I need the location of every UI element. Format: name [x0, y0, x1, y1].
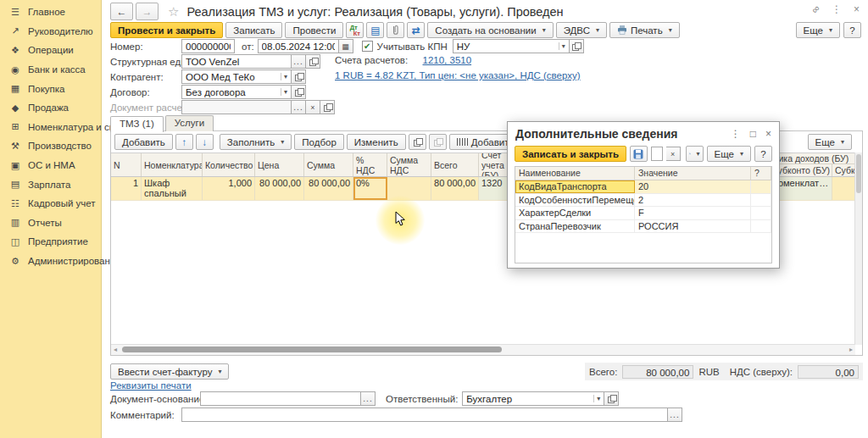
cell-vsego[interactable]: 80 000,00 — [431, 177, 479, 200]
tab-tmz[interactable]: ТМЗ (1) — [110, 116, 164, 132]
col-nds[interactable]: % НДС — [353, 153, 387, 176]
property-name[interactable]: СтранаПеревозчик — [515, 220, 635, 233]
create-based-button[interactable]: Создать на основании — [427, 22, 553, 38]
cell-n[interactable]: 1 — [111, 177, 142, 200]
property-name[interactable]: КодОсобенностиПеремещения — [515, 194, 635, 207]
sidebar-item-nomenklatura[interactable]: ⊞Номенклатура и склад — [0, 118, 101, 137]
scroll-right-icon[interactable]: ▸ — [849, 345, 853, 355]
comment-field[interactable] — [181, 408, 668, 422]
dialog-save-button[interactable] — [630, 146, 648, 162]
col-vsego[interactable]: Всего — [431, 153, 479, 176]
sidebar-item-pokupka[interactable]: ▦Покупка — [0, 79, 101, 98]
cell-nomenklatura[interactable]: Шкаф спальный ЖК АС 29 — [142, 177, 203, 200]
dialog-more-button[interactable]: Еще — [707, 146, 751, 162]
scroll-left-icon[interactable]: ◂ — [114, 345, 117, 355]
settlement-doc-select-button[interactable]: ... — [292, 100, 306, 114]
help-button[interactable]: ? — [843, 22, 861, 38]
contract-open-button[interactable] — [292, 85, 306, 99]
currency-info-link[interactable]: 1 RUB = 4.82 KZT, Тип цен: <не указан>, … — [335, 70, 581, 80]
horizontal-scrollbar[interactable]: ◂ ▸ — [111, 344, 855, 355]
property-name[interactable]: ХарактерСделки — [515, 207, 635, 219]
move-up-button[interactable]: ↑ — [175, 134, 193, 150]
chevron-down-icon[interactable]: ▾ — [281, 73, 287, 80]
property-value[interactable]: 2 — [635, 194, 751, 207]
get-link-icon[interactable]: ∞ — [810, 3, 823, 16]
kpn-open-button[interactable] — [570, 39, 584, 53]
settlement-doc-field[interactable] — [181, 100, 292, 114]
cell-summa-nds[interactable] — [387, 177, 431, 200]
doc-base-select-button[interactable]: ... — [361, 391, 376, 406]
search-clear-button[interactable]: × — [666, 147, 681, 161]
sidebar-item-bank-kassa[interactable]: ◉Банк и касса — [0, 60, 101, 80]
dialog-close-icon[interactable]: × — [765, 128, 771, 140]
cell-cena[interactable]: 80 000,00 — [255, 177, 304, 200]
col-question[interactable]: ? — [751, 167, 771, 180]
cell-kolichestvo[interactable]: 1,000 — [203, 177, 255, 200]
paste-rows-button[interactable] — [429, 134, 447, 150]
counterparty-field[interactable]: ООО Мед ТеКо▾ — [181, 69, 292, 84]
doc-base-field[interactable] — [200, 391, 361, 406]
attachments-button[interactable] — [387, 22, 404, 38]
pick-button[interactable]: Подбор — [294, 134, 344, 150]
print-button[interactable]: Печать — [609, 22, 680, 38]
structural-unit-open-button[interactable] — [306, 54, 320, 69]
horizontal-scrollbar-thumb[interactable] — [122, 347, 502, 352]
cell-summa[interactable]: 80 000,00 — [304, 177, 353, 200]
copy-rows-button[interactable] — [409, 134, 426, 150]
save-button[interactable]: Записать — [225, 22, 282, 38]
settlement-doc-clear-button[interactable]: × — [306, 100, 320, 114]
register-records-button[interactable]: ▤ — [366, 22, 384, 38]
counterparty-open-button[interactable] — [292, 69, 306, 84]
calendar-icon[interactable]: ▦ — [339, 39, 353, 53]
cell-nds-selected[interactable]: 0% — [353, 177, 387, 200]
col-subkonto3[interactable]: Субконто (БУ) 3 — [832, 164, 855, 176]
structure-button[interactable]: ⇄ — [407, 22, 425, 38]
search-options-button[interactable] — [686, 146, 704, 162]
show-postings-button[interactable]: ДтКт — [346, 22, 364, 38]
chevron-down-icon[interactable]: ▾ — [281, 88, 287, 96]
post-button[interactable]: Провести — [285, 22, 343, 38]
col-kolichestvo[interactable]: Количество — [203, 153, 255, 176]
items-more-button[interactable]: Еще — [808, 134, 852, 150]
col-cena[interactable]: Цена — [255, 153, 304, 176]
back-button[interactable]: ← — [110, 3, 133, 20]
sidebar-item-rukovoditelyu[interactable]: ↗Руководителю — [0, 22, 101, 42]
sidebar-item-prodazha[interactable]: ◆Продажа — [0, 98, 101, 118]
favorite-star-icon[interactable]: ☆ — [168, 4, 179, 19]
maximize-icon[interactable]: □ — [750, 128, 756, 140]
property-value[interactable]: 20 — [635, 180, 751, 193]
property-value[interactable]: F — [635, 207, 751, 219]
col-value[interactable]: Значение — [635, 167, 751, 180]
more-button[interactable]: Еще — [796, 22, 840, 38]
add-row-button[interactable]: Добавить — [114, 134, 173, 150]
sidebar-item-operacii[interactable]: ❖Операции — [0, 41, 101, 60]
responsible-open-button[interactable] — [604, 391, 619, 406]
window-menu-icon[interactable]: ⋮ — [832, 3, 842, 15]
comment-select-button[interactable]: ... — [668, 408, 682, 422]
fill-button[interactable]: Заполнить — [220, 134, 292, 150]
col-summa[interactable]: Сумма — [304, 153, 353, 176]
tab-uslugi[interactable]: Услуги — [165, 115, 214, 131]
property-value[interactable]: РОССИЯ — [635, 220, 751, 233]
close-icon[interactable]: × — [854, 3, 860, 15]
date-field[interactable]: 08.05.2024 12:00:00 — [258, 39, 339, 53]
number-field[interactable]: 00000000001 — [181, 39, 235, 53]
kpn-field[interactable]: НУ▾ — [453, 39, 570, 53]
dialog-menu-icon[interactable]: ⋮ — [731, 128, 741, 140]
chevron-down-icon[interactable]: ▾ — [593, 395, 600, 402]
sidebar-item-glavnoe[interactable]: ☰Главное — [0, 3, 101, 22]
sidebar-item-zarplata[interactable]: ▤Зарплата — [0, 175, 101, 194]
sidebar-item-kadrovyi-uchet[interactable]: ☷Кадровый учет — [0, 194, 101, 213]
search-input[interactable] — [655, 148, 659, 160]
edit-button[interactable]: Изменить — [347, 134, 406, 150]
cell-subkonto3[interactable] — [832, 177, 855, 200]
structural-unit-select-button[interactable]: ... — [292, 54, 306, 69]
col-nomenklatura[interactable]: Номенклатура — [142, 153, 203, 176]
move-down-button[interactable]: ↓ — [196, 134, 214, 150]
kpn-checkbox[interactable]: ✔ — [362, 41, 373, 52]
post-and-close-button[interactable]: Провести и закрыть — [110, 22, 223, 38]
sidebar-item-proizvodstvo[interactable]: ⚒Производство — [0, 136, 101, 156]
col-n[interactable]: N — [111, 153, 142, 176]
settlement-doc-open-button[interactable] — [320, 100, 335, 114]
dialog-help-button[interactable]: ? — [754, 146, 772, 162]
